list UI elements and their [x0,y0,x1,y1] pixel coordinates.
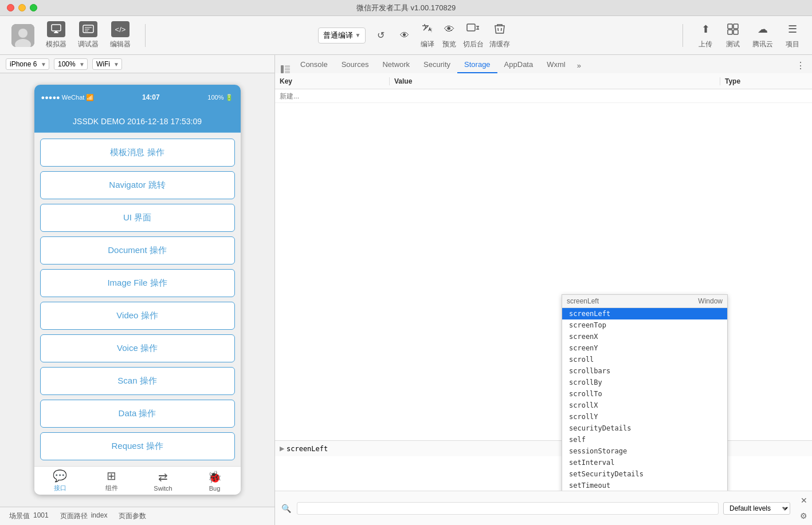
autocomplete-item-13[interactable]: setInterval [562,457,727,468]
console-settings-button[interactable]: ⚙ [800,511,807,520]
autocomplete-item-1[interactable]: screenTop [562,319,727,331]
phone-btn-0[interactable]: 模板消息 操作 [40,139,235,167]
device-select-wrapper[interactable]: iPhone 6 ▼ [6,58,49,70]
phone-btn-9[interactable]: Request 操作 [40,432,235,460]
phone-btn-3[interactable]: Document 操作 [40,236,235,265]
simulator-panel: ●●●●● WeChat 📶 14:07 100% 🔋 JSSDK DEMO 2… [0,73,275,525]
phone-tab-2[interactable]: ⇄ Switch [138,470,189,492]
console-level-select[interactable]: Default levels [723,502,790,515]
preview-icon-button[interactable]: 👁 [395,26,414,45]
devtools-sidebar-toggle[interactable] [277,65,293,73]
phone-btn-8[interactable]: Data 操作 [40,400,235,428]
autocomplete-item-4[interactable]: scroll [562,354,727,365]
autocomplete-item-14[interactable]: setSecurityDetails [562,468,727,480]
phone-tab-0[interactable]: 💬 接口 [34,469,86,492]
autocomplete-item-3[interactable]: screenY [562,342,727,354]
expand-arrow[interactable]: ▶ [280,445,284,452]
storage-table-header: Key Value Type [275,73,812,89]
main-toolbar: 模拟器 调试器 </> 编辑器 普通编译 ▼ ↺ 👁 编译 👁 预览 [0,16,812,55]
close-button[interactable] [7,4,14,11]
svg-rect-19 [285,68,290,70]
autocomplete-dropdown: screenLeft Window screenLeft screenTop s… [562,294,728,491]
phone-tab-icon-2: ⇄ [158,470,168,484]
upload-tool[interactable]: ⬆ 上传 [697,21,713,49]
device-select[interactable]: iPhone 6 [6,58,49,70]
translate-tool[interactable]: 编译 [419,21,436,49]
compile-select[interactable]: 普通编译 ▼ [318,27,366,44]
devtools-panel: Key Value Type screenLeft Window screenL… [275,73,812,525]
debugger-tool[interactable]: 调试器 [78,21,99,49]
translate-label: 编译 [421,40,434,49]
more-tabs-button[interactable]: » [572,58,586,73]
device-bar: iPhone 6 ▼ 100% ▼ WiFi ▼ [0,55,275,73]
cut-backend-tool[interactable]: 切后台 [463,21,484,49]
maximize-button[interactable] [30,4,37,11]
path-value: index [91,511,108,521]
phone-tab-1[interactable]: ⊞ 组件 [86,469,138,492]
phone-btn-1[interactable]: Navigator 跳转 [40,171,235,199]
autocomplete-item-0[interactable]: screenLeft [562,308,727,319]
preview-tool[interactable]: 👁 预览 [441,21,457,49]
phone-time: 14:07 [142,93,160,101]
svg-rect-16 [733,30,738,34]
upload-label: 上传 [699,40,712,49]
tab-console[interactable]: Console [293,57,335,73]
console-close-button[interactable]: ✕ [801,496,807,505]
autocomplete-item-12[interactable]: sessionStorage [562,445,727,457]
network-select[interactable]: WiFi [92,58,122,70]
current-item-text: screenLeft [287,445,328,453]
phone-btn-6[interactable]: Voice 操作 [40,334,235,362]
phone-tab-3[interactable]: 🐞 Bug [189,470,241,492]
tab-wxml[interactable]: Wxml [540,57,572,73]
tab-appdata[interactable]: AppData [497,57,540,73]
console-controls: 🔍 Default levels ▼ [280,502,807,515]
cut-backend-label: 切后台 [463,40,484,49]
user-avatar[interactable] [11,24,34,47]
minimize-button[interactable] [18,4,26,11]
phone-btn-4[interactable]: Image File 操作 [40,269,235,297]
autocomplete-item-2[interactable]: screenX [562,331,727,342]
svg-rect-14 [733,24,738,29]
editor-tool[interactable]: </> 编辑器 [110,21,131,49]
tab-network[interactable]: Network [375,57,417,73]
svg-rect-3 [52,25,61,31]
refresh-button[interactable]: ↺ [371,26,390,45]
phone-btn-5[interactable]: Video 操作 [40,302,235,330]
autocomplete-item-8[interactable]: scrollX [562,400,727,411]
editor-label: 编辑器 [110,40,131,49]
storage-new-key-input[interactable] [275,92,385,100]
autocomplete-item-7[interactable]: scrollTo [562,388,727,400]
autocomplete-item-6[interactable]: scrollBy [562,377,727,388]
toolbar-right-area: ⬆ 上传 测试 ☁ 腾讯云 ☰ 项目 [697,21,801,49]
clear-cache-label: 清缓存 [489,40,510,49]
clear-cache-tool[interactable]: 清缓存 [489,21,510,49]
network-select-wrapper[interactable]: WiFi ▼ [92,58,122,70]
console-panel: ✕ 🔍 Default levels ▼ ⚙ [275,491,812,525]
phone-btn-7[interactable]: Scan 操作 [40,367,235,395]
console-filter-icon[interactable]: 🔍 [280,502,292,515]
tencent-cloud-icon: ☁ [755,21,771,37]
tab-security[interactable]: Security [417,57,457,73]
autocomplete-item-11[interactable]: self [562,434,727,445]
autocomplete-item-15[interactable]: setTimeout [562,480,727,491]
devtools-menu-button[interactable]: ⋮ [791,58,810,73]
project-icon: ☰ [784,21,801,37]
simulator-tool[interactable]: 模拟器 [46,21,66,49]
tencent-cloud-tool[interactable]: ☁ 腾讯云 [752,21,773,49]
phone-tab-icon-3: 🐞 [207,470,222,484]
autocomplete-item-5[interactable]: scrollbars [562,365,727,377]
phone-btn-2[interactable]: UI 界面 [40,204,235,232]
console-search-input[interactable] [297,502,719,515]
zoom-select[interactable]: 100% [54,58,88,70]
tab-storage[interactable]: Storage [457,57,497,73]
phone-battery: 100% 🔋 [207,94,233,101]
autocomplete-item-10[interactable]: securityDetails [562,423,727,434]
simulator-label: 模拟器 [46,40,66,49]
zoom-select-wrapper[interactable]: 100% ▼ [54,58,88,70]
tab-sources[interactable]: Sources [335,57,376,73]
test-tool[interactable]: 测试 [725,21,741,49]
console-level-wrapper[interactable]: Default levels ▼ [723,502,790,515]
autocomplete-item-9[interactable]: scrollY [562,411,727,423]
autocomplete-category: Window [698,297,723,305]
project-tool[interactable]: ☰ 项目 [784,21,801,49]
